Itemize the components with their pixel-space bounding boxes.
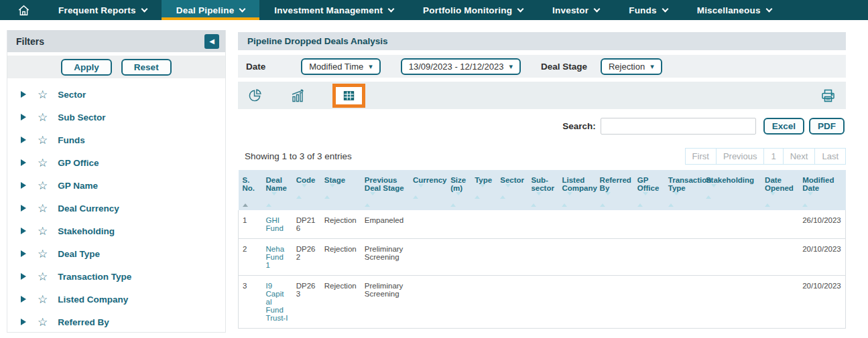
star-icon[interactable]: ☆ bbox=[38, 157, 48, 169]
nav-item-investment-management[interactable]: Investment Management bbox=[259, 0, 408, 20]
col-header-s-no[interactable]: S. No. bbox=[239, 170, 262, 210]
expand-arrow-icon[interactable] bbox=[21, 319, 26, 325]
col-header-gp-office[interactable]: GP Office bbox=[633, 170, 664, 210]
star-icon[interactable]: ☆ bbox=[38, 226, 48, 237]
col-header-transaction-type[interactable]: Transaction Type bbox=[664, 170, 702, 210]
search-input[interactable] bbox=[601, 118, 756, 135]
cell-listed-company bbox=[558, 239, 595, 276]
date-range-dropdown[interactable]: 13/09/2023 - 12/12/2023 ▾ bbox=[401, 58, 521, 75]
cell-currency bbox=[409, 239, 446, 276]
deals-table: S. No. Deal Name Code Stage Previous Dea… bbox=[238, 170, 846, 329]
pagination-previous[interactable]: Previous bbox=[716, 148, 765, 165]
nav-item-miscellaneous[interactable]: Miscellaneous bbox=[682, 0, 786, 20]
col-header-stage[interactable]: Stage bbox=[320, 170, 361, 210]
reset-button[interactable]: Reset bbox=[121, 59, 172, 76]
star-icon[interactable]: ☆ bbox=[38, 317, 48, 328]
nav-item-deal-pipeline[interactable]: Deal Pipeline bbox=[162, 0, 260, 20]
view-toolbar bbox=[238, 82, 846, 109]
filter-item-sector[interactable]: ☆ Sector bbox=[7, 83, 225, 106]
print-button[interactable] bbox=[820, 88, 836, 104]
col-header-previous-deal-stage[interactable]: Previous Deal Stage bbox=[361, 170, 409, 210]
bar-chart-view-button[interactable] bbox=[290, 88, 306, 104]
star-icon[interactable]: ☆ bbox=[38, 135, 48, 146]
col-header-listed-company[interactable]: Listed Company bbox=[558, 170, 595, 210]
filter-item-sub-sector[interactable]: ☆ Sub Sector bbox=[7, 106, 225, 129]
col-header-referred-by[interactable]: Referred By bbox=[596, 170, 633, 210]
expand-arrow-icon[interactable] bbox=[21, 114, 26, 120]
cell-transaction-type bbox=[664, 276, 702, 329]
filter-item-stakeholding[interactable]: ☆ Stakeholding bbox=[7, 220, 225, 242]
cell-referred-by bbox=[596, 239, 633, 276]
pagination-page-1[interactable]: 1 bbox=[763, 148, 783, 165]
filter-item-funds[interactable]: ☆ Funds bbox=[7, 129, 225, 151]
star-icon[interactable]: ☆ bbox=[38, 112, 48, 123]
sort-icon bbox=[475, 187, 492, 195]
expand-arrow-icon[interactable] bbox=[21, 91, 26, 98]
filter-item-deal-type[interactable]: ☆ Deal Type bbox=[7, 242, 225, 265]
star-icon[interactable]: ☆ bbox=[38, 89, 48, 100]
pie-chart-icon bbox=[247, 88, 263, 103]
col-header-label: S. No. bbox=[243, 176, 255, 192]
deal-name-link[interactable]: Neha Fund 1 bbox=[266, 245, 285, 269]
filter-item-listed-company[interactable]: ☆ Listed Company bbox=[7, 288, 225, 311]
filter-item-gp-office[interactable]: ☆ GP Office bbox=[7, 151, 225, 174]
deal-name-link[interactable]: I9 Capital Fund Trust-I bbox=[266, 282, 288, 322]
nav-item-funds[interactable]: Funds bbox=[614, 0, 682, 20]
expand-arrow-icon[interactable] bbox=[21, 228, 26, 234]
nav-item-label: Frequent Reports bbox=[58, 5, 136, 15]
filters-header: Filters ◀ bbox=[7, 30, 225, 52]
filter-item-gp-name[interactable]: ☆ GP Name bbox=[7, 174, 225, 197]
cell-previous-deal-stage: Preliminary Screening bbox=[361, 239, 409, 276]
expand-arrow-icon[interactable] bbox=[21, 296, 26, 303]
filter-item-referred-by[interactable]: ☆ Referred By bbox=[7, 311, 225, 333]
col-header-sector[interactable]: Sector bbox=[496, 170, 527, 210]
filter-item-transaction-type[interactable]: ☆ Transaction Type bbox=[7, 265, 225, 288]
sort-icon bbox=[765, 195, 794, 203]
page-title: Pipeline Dropped Deals Analysis bbox=[247, 36, 388, 46]
date-type-dropdown[interactable]: Modified Time ▾ bbox=[301, 58, 380, 75]
expand-arrow-icon[interactable] bbox=[21, 273, 26, 280]
cell-code: DP262 bbox=[292, 239, 320, 276]
table-view-button[interactable] bbox=[332, 84, 365, 108]
deal-stage-dropdown[interactable]: Rejection ▾ bbox=[601, 58, 662, 75]
col-header-modified-date[interactable]: Modified Date bbox=[798, 170, 845, 210]
col-header-sub-sector[interactable]: Sub-sector bbox=[527, 170, 558, 210]
col-header-size-m[interactable]: Size (m) bbox=[446, 170, 471, 210]
col-header-code[interactable]: Code bbox=[292, 170, 320, 210]
nav-item-investor[interactable]: Investor bbox=[538, 0, 614, 20]
excel-export-button[interactable]: Excel bbox=[763, 118, 804, 135]
star-icon[interactable]: ☆ bbox=[38, 180, 48, 191]
col-header-currency[interactable]: Currency bbox=[409, 170, 446, 210]
table-body: 1 GHI Fund DP216 Rejection Empaneled 26/… bbox=[239, 210, 846, 329]
filter-label: Funds bbox=[58, 135, 85, 145]
star-icon[interactable]: ☆ bbox=[38, 294, 48, 305]
sidebar-collapse-button[interactable]: ◀ bbox=[204, 34, 219, 49]
nav-item-portfolio-monitoring[interactable]: Portfolio Monitoring bbox=[408, 0, 538, 20]
caret-down-icon: ▾ bbox=[509, 62, 513, 71]
nav-item-frequent-reports[interactable]: Frequent Reports bbox=[44, 0, 162, 20]
cell-deal-name: GHI Fund bbox=[262, 210, 292, 239]
star-icon[interactable]: ☆ bbox=[38, 248, 48, 260]
expand-arrow-icon[interactable] bbox=[21, 205, 26, 212]
deal-name-link[interactable]: GHI Fund bbox=[266, 216, 284, 232]
apply-button[interactable]: Apply bbox=[61, 59, 112, 76]
col-header-date-opened[interactable]: Date Opened bbox=[761, 170, 798, 210]
col-header-type[interactable]: Type bbox=[471, 170, 496, 210]
expand-arrow-icon[interactable] bbox=[21, 137, 26, 143]
pagination-next[interactable]: Next bbox=[783, 148, 816, 165]
pagination-first[interactable]: First bbox=[685, 148, 717, 165]
sort-icon bbox=[266, 195, 288, 203]
star-icon[interactable]: ☆ bbox=[38, 203, 48, 214]
expand-arrow-icon[interactable] bbox=[21, 250, 26, 257]
pagination-last[interactable]: Last bbox=[814, 148, 846, 165]
col-header-stakeholding[interactable]: Stakeholding bbox=[702, 170, 761, 210]
col-header-deal-name[interactable]: Deal Name bbox=[262, 170, 292, 210]
expand-arrow-icon[interactable] bbox=[21, 182, 26, 189]
expand-arrow-icon[interactable] bbox=[21, 159, 26, 166]
nav-item-label: Portfolio Monitoring bbox=[423, 5, 512, 15]
home-button[interactable] bbox=[0, 0, 44, 20]
filter-item-deal-currency[interactable]: ☆ Deal Currency bbox=[7, 197, 225, 220]
pdf-export-button[interactable]: PDF bbox=[809, 118, 845, 135]
pie-chart-view-button[interactable] bbox=[247, 88, 263, 103]
star-icon[interactable]: ☆ bbox=[38, 271, 48, 282]
